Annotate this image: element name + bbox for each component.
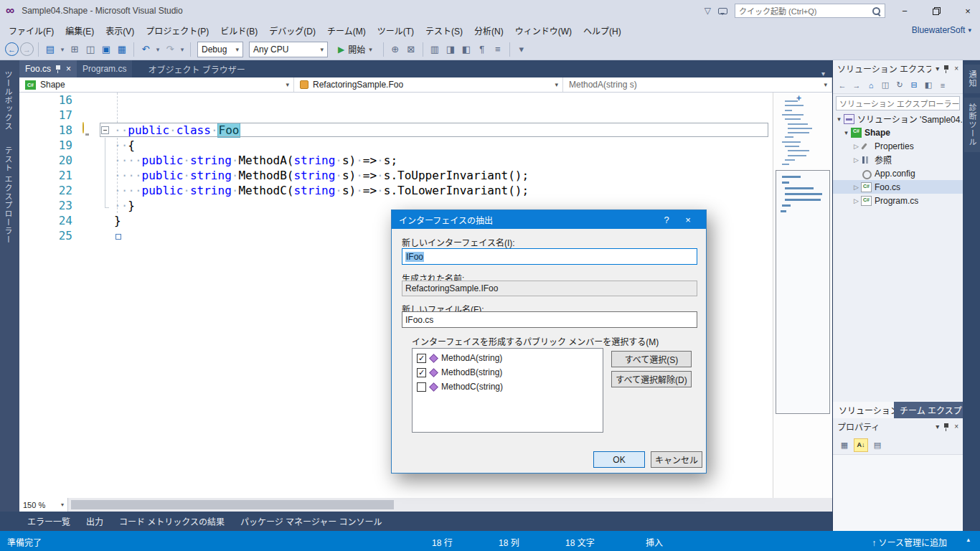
attach-to-process-icon[interactable]: ⊕ xyxy=(388,42,402,57)
menu-item[interactable]: ヘルプ(H) xyxy=(578,22,627,39)
scrollbar-thumb[interactable] xyxy=(71,500,394,509)
tree-item-app-config[interactable]: App.config xyxy=(833,166,963,180)
code-line[interactable]: 18··public·class·Foo xyxy=(19,123,773,138)
menu-item[interactable]: ツール(T) xyxy=(372,22,420,39)
code-line[interactable]: 16 xyxy=(19,93,773,108)
tool-window-tab[interactable]: チーム エクスプロ... xyxy=(894,402,963,418)
expander-open-icon[interactable]: ▾ xyxy=(842,129,851,136)
ok-button[interactable]: OK xyxy=(593,451,645,468)
dialog-titlebar[interactable]: インターフェイスの抽出 ? × xyxy=(392,210,706,229)
chevron-up-icon[interactable]: ▴ xyxy=(966,536,970,543)
collapse-region-icon[interactable] xyxy=(101,126,109,134)
close-button[interactable]: × xyxy=(956,0,980,22)
expander-open-icon[interactable]: ▾ xyxy=(834,116,844,123)
menu-item[interactable]: 編集(E) xyxy=(60,22,100,39)
alphabetical-sort-icon[interactable]: A↓ xyxy=(854,438,868,452)
view-code-icon[interactable]: ≡ xyxy=(936,79,949,92)
panel-tab[interactable]: エラー一覧 xyxy=(22,512,76,530)
redo-icon[interactable]: ↷ xyxy=(163,42,177,57)
close-icon[interactable]: × xyxy=(677,215,699,225)
menu-item[interactable]: ウィンドウ(W) xyxy=(509,22,578,39)
close-icon[interactable]: × xyxy=(954,423,958,430)
solution-configurations-combobox[interactable]: Debug▾ xyxy=(197,42,243,57)
quick-launch-input[interactable]: クイック起動 (Ctrl+Q) xyxy=(735,4,885,18)
pin-icon[interactable] xyxy=(943,423,950,431)
build-selection-icon[interactable]: ⊠ xyxy=(404,42,418,57)
code-text[interactable]: ··} xyxy=(114,198,135,213)
tree-item--[interactable]: ▷参照 xyxy=(833,153,963,166)
navigate-backward-icon[interactable]: ← xyxy=(5,42,19,56)
side-tab[interactable]: 診断ツール xyxy=(964,98,980,152)
tab-list-chevron-icon[interactable]: ▾ xyxy=(821,70,832,77)
checkbox[interactable]: ✓ xyxy=(417,368,426,377)
account-menu[interactable]: BluewaterSoft ▾ xyxy=(912,22,971,39)
dropdown-caret-icon[interactable]: ▾ xyxy=(154,42,161,57)
feedback-icon[interactable] xyxy=(718,8,727,14)
undo-icon[interactable]: ↶ xyxy=(138,42,153,57)
code-text[interactable]: ··{ xyxy=(114,138,135,153)
solution-platforms-combobox[interactable]: Any CPU▾ xyxy=(249,42,328,57)
bookmark-list-icon[interactable]: ≡ xyxy=(491,42,505,57)
navigate-forward-icon[interactable]: → xyxy=(20,42,34,56)
document-tab[interactable]: Program.cs xyxy=(77,60,132,77)
new-file-name-input[interactable]: IFoo.cs xyxy=(402,311,697,328)
menu-item[interactable]: プロジェクト(P) xyxy=(140,22,215,39)
type-dropdown[interactable]: RefactoringSample.Foo ▾ xyxy=(294,77,563,92)
categorized-icon[interactable]: ▦ xyxy=(837,438,852,452)
code-text[interactable]: ····public·string·MethodB(string·s)·=>·s… xyxy=(114,168,529,183)
pin-icon[interactable] xyxy=(943,65,950,73)
menu-item[interactable]: テスト(S) xyxy=(420,22,468,39)
code-text[interactable] xyxy=(114,228,121,243)
maximize-restore-button[interactable] xyxy=(924,0,948,22)
new-project-icon[interactable]: ▤ xyxy=(43,42,57,57)
expander-closed-icon[interactable]: ▷ xyxy=(852,143,861,150)
dropdown-caret-icon[interactable]: ▾ xyxy=(59,42,66,57)
code-text[interactable]: ····public·string·MethodC(string·s)·=>·s… xyxy=(114,183,529,198)
tree-item-properties[interactable]: ▷Properties xyxy=(833,139,963,153)
menu-item[interactable]: デバッグ(D) xyxy=(263,22,321,39)
save-icon[interactable]: ▣ xyxy=(99,42,113,57)
new-interface-name-input[interactable]: IFoo xyxy=(402,248,697,265)
document-tab[interactable]: Foo.cs× xyxy=(19,60,77,77)
checkbox[interactable]: ✓ xyxy=(417,354,426,363)
document-tab[interactable]: オブジェクト ブラウザー xyxy=(142,60,250,77)
sync-with-active-document-icon[interactable]: ↻ xyxy=(893,79,906,92)
help-icon[interactable]: ? xyxy=(656,215,677,225)
expander-closed-icon[interactable]: ▷ xyxy=(852,184,861,191)
menu-item[interactable]: ビルド(B) xyxy=(215,22,263,39)
dropdown-caret-icon[interactable]: ▾ xyxy=(179,42,186,57)
tree-item-foo-cs[interactable]: ▷Foo.cs xyxy=(833,180,963,194)
property-pages-icon[interactable]: ▤ xyxy=(870,438,885,452)
zoom-selector[interactable]: 150 % ▾ xyxy=(19,498,68,512)
indent-icon[interactable]: ▥ xyxy=(428,42,442,57)
toolbar-overflow-icon[interactable]: ▾ xyxy=(514,42,529,57)
code-line[interactable]: 20····public·string·MethodA(string·s)·=>… xyxy=(19,153,773,168)
code-line[interactable]: 17 xyxy=(19,108,773,123)
side-tab[interactable]: ツールボックス xyxy=(0,65,16,136)
pending-changes-filter-icon[interactable]: ◫ xyxy=(879,79,892,92)
menu-item[interactable]: 分析(N) xyxy=(468,22,509,39)
side-tab[interactable]: 通知 xyxy=(964,65,980,93)
tree-item--sample04-shap[interactable]: ▾ソリューション 'Sample04.Shap xyxy=(833,112,963,126)
minimize-button[interactable]: − xyxy=(892,0,917,22)
menu-item[interactable]: 表示(V) xyxy=(100,22,140,39)
tool-window-tab[interactable]: ソリューション... xyxy=(833,402,894,418)
chevron-down-icon[interactable]: ▾ xyxy=(936,423,939,430)
panel-tab[interactable]: コード メトリックスの結果 xyxy=(113,512,230,530)
chevron-down-icon[interactable]: ▾ xyxy=(936,65,939,72)
minimap-viewport[interactable] xyxy=(776,170,830,414)
menu-item[interactable]: ファイル(F) xyxy=(3,22,60,39)
save-all-icon[interactable]: ▦ xyxy=(115,42,129,57)
minimap-scrollbar[interactable]: + xyxy=(773,93,832,498)
expander-closed-icon[interactable]: ▷ xyxy=(852,197,861,204)
code-line[interactable]: 21····public·string·MethodB(string·s)·=>… xyxy=(19,168,773,183)
code-text[interactable]: ··public·class·Foo xyxy=(114,123,240,138)
tree-item-program-cs[interactable]: ▷Program.cs xyxy=(833,194,963,207)
member-row[interactable]: MethodC(string) xyxy=(413,380,603,394)
panel-tab[interactable]: パッケージ マネージャー コンソール xyxy=(235,512,388,530)
feedback-filter-icon[interactable]: ▽ xyxy=(705,6,711,16)
close-icon[interactable]: × xyxy=(954,65,958,72)
select-all-button[interactable]: すべて選択(S) xyxy=(611,351,692,367)
close-icon[interactable]: × xyxy=(66,64,71,74)
uncomment-icon[interactable]: ◧ xyxy=(459,42,473,57)
